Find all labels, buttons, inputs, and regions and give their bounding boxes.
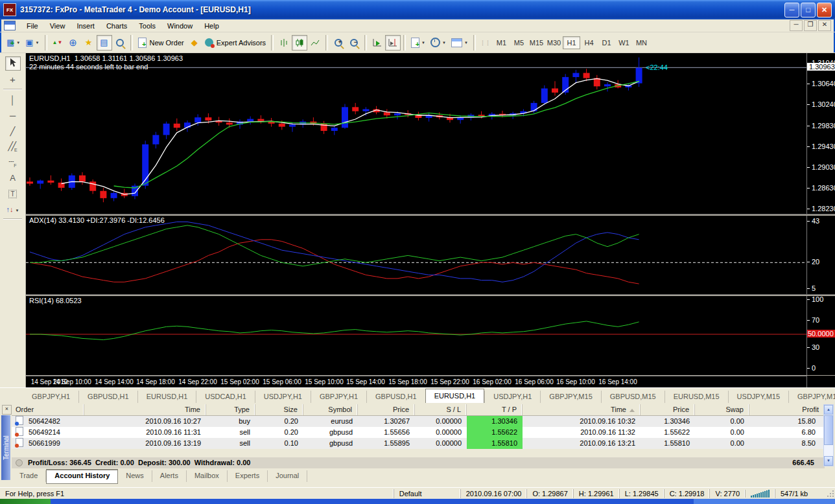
metaeditor-button[interactable]: ◆ bbox=[187, 35, 202, 51]
arrows-tool[interactable]: ↑↓▼ bbox=[5, 201, 21, 216]
taskbar-item-fragment[interactable] bbox=[694, 499, 835, 504]
crosshair-tool[interactable]: + bbox=[5, 72, 21, 86]
zoom-in-button[interactable]: + bbox=[331, 35, 346, 51]
column-header-time[interactable]: Time bbox=[84, 404, 206, 415]
close-button[interactable]: ✕ bbox=[817, 3, 832, 17]
new-chart-button[interactable]: ▦+▼ bbox=[4, 35, 23, 51]
profiles-button[interactable]: ▣▼ bbox=[23, 35, 41, 51]
indicators-button[interactable]: +▼ bbox=[408, 35, 428, 51]
scroll-down-icon[interactable]: ▼ bbox=[824, 456, 833, 466]
chart-tab-EURUSD-M15[interactable]: EURUSD,M15 bbox=[664, 391, 728, 403]
timeframe-M30-button[interactable]: M30 bbox=[545, 36, 563, 49]
timeframe-D1-button[interactable]: D1 bbox=[598, 36, 615, 49]
terminal-button[interactable]: ▤ bbox=[97, 35, 112, 51]
chart-tab-EURUSD-H1[interactable]: EURUSD,H1 bbox=[137, 391, 196, 403]
line-chart-button[interactable] bbox=[307, 35, 323, 51]
chart-tab-USDJPY-M15[interactable]: USDJPY,M15 bbox=[728, 391, 788, 403]
auto-scroll-button[interactable] bbox=[370, 35, 385, 51]
chart-tab-GBPJPY-H1[interactable]: GBPJPY,H1 bbox=[311, 391, 366, 403]
column-header-price-2[interactable]: Price bbox=[641, 404, 695, 415]
templates-button[interactable]: ▼ bbox=[449, 35, 471, 51]
zoom-out-button[interactable]: − bbox=[346, 35, 362, 51]
child-restore-button[interactable]: ❐ bbox=[804, 20, 817, 31]
text-label-tool[interactable]: T bbox=[5, 186, 21, 200]
chart-tab-USDCAD-H1[interactable]: USDCAD,H1 bbox=[196, 391, 255, 403]
chart-shift-button[interactable] bbox=[385, 35, 401, 51]
data-window-button[interactable]: ⊕ bbox=[65, 35, 81, 51]
trendline-tool[interactable]: ╱ bbox=[5, 124, 21, 138]
column-header-price[interactable]: Price bbox=[358, 404, 415, 415]
start-button-fragment[interactable] bbox=[0, 499, 51, 504]
terminal-tab-experts[interactable]: Experts bbox=[228, 470, 268, 482]
table-row[interactable]: 506492142010.09.16 11:31sell0.20gbpusd1.… bbox=[12, 427, 825, 438]
market-watch-button[interactable]: ▲▼ bbox=[50, 35, 65, 51]
chart-tab-GBPUSD-H1[interactable]: GBPUSD,H1 bbox=[78, 391, 137, 403]
terminal-tab-trade[interactable]: Trade bbox=[12, 470, 46, 482]
table-row[interactable]: 506619992010.09.16 13:19sell0.10gbpusd1.… bbox=[12, 438, 825, 449]
menu-help[interactable]: Help bbox=[198, 21, 225, 31]
column-header-swap-2[interactable]: Swap bbox=[695, 404, 749, 415]
timeframe-MN-button[interactable]: MN bbox=[633, 36, 650, 49]
timeframe-H1-button[interactable]: H1 bbox=[563, 36, 580, 49]
terminal-tab-account-history[interactable]: Account History bbox=[46, 469, 118, 484]
resize-grip-icon[interactable] bbox=[826, 489, 835, 498]
chart-tab-EURUSD-H1[interactable]: EURUSD,H1 bbox=[425, 389, 485, 403]
equidistant-channel-tool[interactable]: ╱╱E bbox=[5, 139, 21, 154]
terminal-tab-mailbox[interactable]: Mailbox bbox=[187, 470, 228, 482]
status-profile[interactable]: Default bbox=[394, 489, 460, 498]
column-header-time-2[interactable]: Time bbox=[523, 404, 641, 415]
pane-splitter[interactable] bbox=[26, 214, 835, 216]
menu-charts[interactable]: Charts bbox=[100, 21, 133, 31]
column-header-symbol[interactable]: Symbol bbox=[303, 404, 358, 415]
column-header-tp[interactable]: T / P bbox=[467, 404, 523, 415]
chart-tab-USDJPY-H1[interactable]: USDJPY,H1 bbox=[255, 391, 311, 403]
menu-view[interactable]: View bbox=[44, 21, 71, 31]
navigator-button[interactable]: ★ bbox=[81, 35, 97, 51]
menu-tools[interactable]: Tools bbox=[133, 21, 161, 31]
column-header-order[interactable]: Order bbox=[12, 404, 84, 415]
menu-file[interactable]: File bbox=[21, 21, 44, 31]
cursor-tool[interactable] bbox=[5, 56, 21, 71]
timeframe-M5-button[interactable]: M5 bbox=[510, 36, 528, 49]
timeframe-M1-button[interactable]: M1 bbox=[493, 36, 510, 49]
text-tool[interactable]: A bbox=[5, 170, 21, 185]
chart-window[interactable]: EURUSD,H1 1.30658 1.31161 1.30586 1.3096… bbox=[26, 53, 806, 387]
menu-insert[interactable]: Insert bbox=[71, 21, 100, 31]
column-header-sl[interactable]: S / L bbox=[415, 404, 467, 415]
strategy-tester-button[interactable] bbox=[112, 35, 128, 51]
minimize-button[interactable]: ─ bbox=[784, 3, 799, 17]
timeframe-M15-button[interactable]: M15 bbox=[528, 36, 545, 49]
scrollbar-thumb[interactable] bbox=[824, 415, 833, 445]
terminal-tab-alerts[interactable]: Alerts bbox=[152, 470, 187, 482]
rsi-indicator-pane[interactable]: RSI(14) 68.0523 bbox=[26, 295, 806, 376]
column-header-profit-2[interactable]: Profit bbox=[749, 404, 825, 415]
chart-tab-GBPJPY-M15[interactable]: GBPJPY,M15 bbox=[540, 391, 600, 403]
horizontal-line-tool[interactable]: ─ bbox=[5, 108, 21, 122]
chart-tab-GBPUSD-H1[interactable]: GBPUSD,H1 bbox=[366, 391, 425, 403]
scroll-up-icon[interactable]: ▲ bbox=[824, 405, 833, 415]
maximize-button[interactable]: □ bbox=[801, 3, 816, 17]
menu-window[interactable]: Window bbox=[161, 21, 198, 31]
periods-button[interactable]: ▼ bbox=[428, 35, 449, 51]
pane-splitter[interactable] bbox=[26, 294, 835, 296]
new-order-button[interactable]: +New Order bbox=[135, 35, 187, 51]
table-scrollbar[interactable]: ▲ ▼ bbox=[823, 404, 834, 466]
timeframe-W1-button[interactable]: W1 bbox=[615, 36, 633, 49]
adx-indicator-pane[interactable]: ADX(14) 33.4130 +DI:27.3976 -DI:12.6456 bbox=[26, 215, 806, 294]
bar-chart-button[interactable] bbox=[276, 35, 292, 51]
column-header-type[interactable]: Type bbox=[206, 404, 255, 415]
terminal-close-icon[interactable]: × bbox=[2, 405, 12, 415]
table-row[interactable]: 506424822010.09.16 10:27buy0.20eurusd1.3… bbox=[12, 416, 825, 427]
terminal-tab-journal[interactable]: Journal bbox=[268, 470, 307, 482]
expert-advisors-button[interactable]: Expert Advisors bbox=[202, 35, 268, 51]
child-minimize-button[interactable]: ─ bbox=[790, 20, 803, 31]
chart-tab-GBPJPY-H1[interactable]: GBPJPY,H1 bbox=[23, 391, 78, 403]
child-close-button[interactable]: ✕ bbox=[818, 20, 831, 31]
fibonacci-tool[interactable]: ┄F bbox=[5, 155, 21, 169]
candlestick-chart-button[interactable] bbox=[292, 35, 307, 51]
chart-tab-GBPUSD-M15[interactable]: GBPUSD,M15 bbox=[601, 391, 664, 403]
vertical-line-tool[interactable]: │ bbox=[5, 93, 21, 107]
chart-tab-GBPJPY-M15[interactable]: GBPJPY,M15 bbox=[788, 391, 835, 403]
terminal-tab-news[interactable]: News bbox=[118, 470, 152, 482]
chart-tab-USDJPY-H1[interactable]: USDJPY,H1 bbox=[484, 391, 540, 403]
